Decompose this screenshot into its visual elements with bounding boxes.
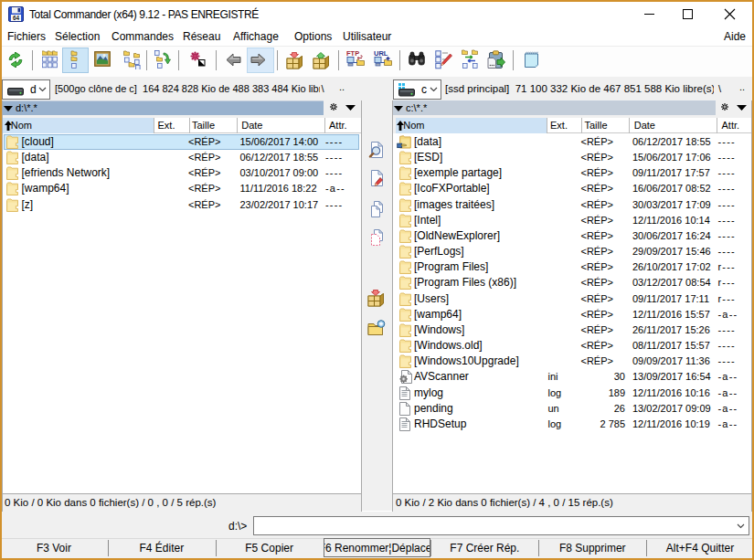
svg-text:FTP: FTP	[346, 49, 359, 58]
svg-text:64: 64	[13, 15, 20, 21]
svg-text:URL: URL	[374, 49, 388, 58]
